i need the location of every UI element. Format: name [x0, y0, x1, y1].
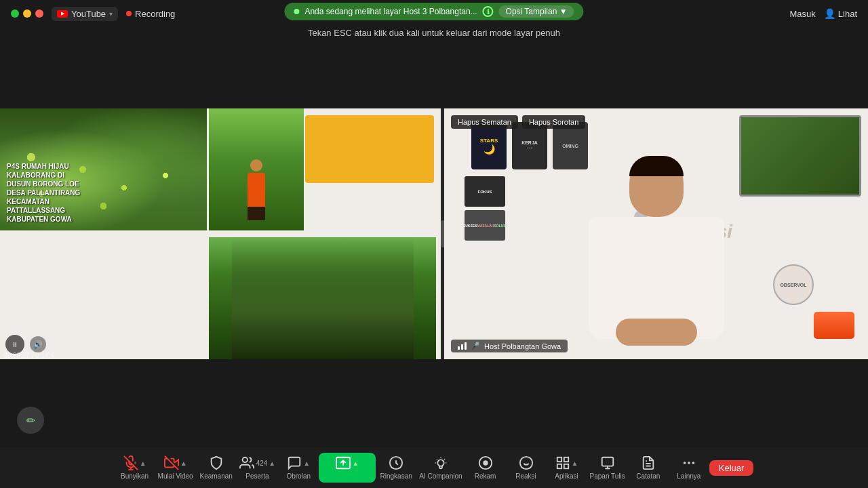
pause-button[interactable]: ⏸: [5, 335, 24, 354]
share-chevron[interactable]: ▲: [352, 460, 359, 467]
people-icon: [239, 455, 254, 470]
volume-icon: 🔊: [33, 340, 43, 349]
solusi-label: SOLUSI: [494, 224, 507, 228]
pencil-button[interactable]: ✏: [17, 407, 44, 434]
flower-pot: [814, 312, 854, 339]
toolbar-rekam[interactable]: Rekam: [465, 455, 506, 480]
overlay-line2: KALABORANG DI: [7, 171, 80, 180]
focus-label: FOKUS: [478, 190, 492, 194]
toolbar-papan-tulis[interactable]: Papan Tulis: [587, 455, 628, 480]
youtube-label: YouTube: [71, 9, 106, 19]
volume-button[interactable]: 🔊: [30, 336, 46, 352]
tl-yellow[interactable]: [23, 9, 31, 18]
kerja-label: KERJA: [521, 140, 538, 145]
toolbar-reaksi[interactable]: Reaksi: [506, 455, 547, 480]
overlay-line6: PATTALLASSANG: [7, 206, 80, 215]
peserta-label: Peserta: [245, 472, 269, 480]
shield-icon: [209, 455, 224, 470]
tl-green[interactable]: [11, 9, 19, 18]
bar3: [465, 342, 467, 350]
video-icon-wrap: ▲: [164, 455, 187, 470]
recording-dot: [126, 11, 132, 16]
opsi-tampilan-button[interactable]: Opsi Tampilan ▼: [499, 5, 574, 18]
obrolan-icon-wrap: ▲: [287, 455, 310, 470]
svg-rect-14: [557, 464, 561, 468]
yellow-placeholder: [305, 115, 434, 183]
aplikasi-chevron[interactable]: ▲: [572, 460, 578, 467]
host-banner-info[interactable]: ℹ: [483, 6, 494, 17]
ai-icon-wrap: [433, 455, 448, 470]
lihat-button[interactable]: 👤 Lihat: [824, 8, 857, 19]
toolbar-ringkasan[interactable]: Ringkasan: [376, 455, 416, 480]
bunyikan-chevron[interactable]: ▲: [140, 460, 146, 467]
person-legs: [248, 207, 265, 220]
pencil-icon: ✏: [26, 414, 35, 427]
sukses-label: SUKSES: [463, 224, 477, 228]
rekam-label: Rekam: [475, 472, 496, 480]
shirt-collar: [643, 217, 670, 237]
toolbar-bagikan-layar[interactable]: ▲ Bagikan Layar: [319, 453, 376, 483]
tl-red[interactable]: [35, 9, 43, 18]
toolbar-mulai-video[interactable]: ▲ Mulai Video: [155, 455, 196, 480]
peserta-chevron[interactable]: ▲: [269, 460, 275, 467]
toolbar-aplikasi[interactable]: ▲ Aplikasi: [547, 455, 587, 480]
observol-logo: OBSERVOL: [773, 264, 814, 305]
video-timestamp: 00:00:27 / 0:14:4: [3, 352, 54, 359]
esc-text: Tekan ESC atau klik dua kali untuk kelua…: [308, 28, 560, 38]
photo-top-left: P4S RUMAH HIJAU KALABORANG DI DUSUN BORO…: [0, 108, 207, 230]
svg-rect-13: [564, 464, 568, 468]
pause-icon: ⏸: [12, 341, 18, 348]
toolbar-keluar[interactable]: Keluar: [709, 460, 754, 476]
summary-icon: [389, 455, 403, 470]
overlay-line1: P4S RUMAH HIJAU: [7, 162, 80, 171]
toolbar-keamanan[interactable]: Keamanan: [196, 455, 237, 480]
share-screen-icon: [336, 455, 351, 470]
chat-icon: [287, 455, 302, 470]
lihat-label: Lihat: [838, 9, 857, 19]
hapus-sematan-button[interactable]: Hapus Sematan: [451, 115, 518, 129]
masuk-button[interactable]: Masuk: [790, 9, 816, 19]
keluar-label: Keluar: [719, 463, 745, 473]
svg-rect-11: [557, 458, 561, 462]
host-head: [629, 156, 684, 217]
observol-text: OBSERVOL: [780, 283, 806, 287]
toolbar-catatan[interactable]: Catatan: [628, 455, 669, 480]
catatan-icon-wrap: [641, 455, 656, 470]
toolbar-bunyikan[interactable]: ▲ Bunyikan: [115, 455, 155, 480]
toolbar-lainnya[interactable]: Lainnya: [669, 455, 709, 480]
top-bar: ▶ YouTube ▾ Recording Anda sedang meliha…: [0, 0, 868, 27]
toolbar-obrolan[interactable]: ▲ Obrolan: [278, 455, 319, 480]
toolbar-peserta[interactable]: 424 ▲ Peserta: [237, 455, 279, 480]
obrolan-label: Obrolan: [286, 472, 311, 480]
wall-screen-content: [741, 117, 859, 195]
svg-point-7: [484, 461, 488, 465]
sukses-poster: SUKSES MASALAH SOLUSI: [465, 210, 505, 241]
poster-kerja: KERJA ⋯: [512, 122, 547, 169]
person-figure: [246, 159, 267, 220]
melon-bg: [209, 237, 436, 359]
traffic-lights: [11, 9, 43, 18]
greenhouse-row: [232, 237, 414, 359]
hapus-sorotan-button[interactable]: Hapus Sorotan: [522, 115, 585, 129]
overlay-line4: DESA PALLANTIRANG: [7, 188, 80, 197]
ringkasan-icon-wrap: [389, 455, 403, 470]
toolbar-ai-companion[interactable]: AI Companion: [416, 455, 465, 480]
youtube-badge[interactable]: ▶ YouTube ▾: [52, 7, 118, 21]
reaction-icon: [519, 455, 534, 470]
video-chevron[interactable]: ▲: [180, 460, 187, 467]
person-head: [250, 159, 262, 171]
signal-bars: [458, 342, 467, 350]
papan-label: Papan Tulis: [590, 472, 625, 480]
host-hands: [616, 319, 697, 346]
aplikasi-label: Aplikasi: [555, 472, 578, 480]
svg-rect-15: [601, 458, 613, 466]
recording-badge: Recording: [126, 9, 175, 19]
obrolan-chevron[interactable]: ▲: [303, 460, 310, 467]
bunyikan-icon-wrap: ▲: [123, 455, 146, 470]
host-banner: Anda sedang melihat layar Host 3 Polbang…: [284, 3, 583, 20]
svg-point-8: [519, 457, 532, 469]
presentation-panel: P4S RUMAH HIJAU KALABORANG DI DUSUN BORO…: [0, 108, 441, 359]
photo-top-middle: [209, 108, 304, 230]
host-background: STARS 🌙 KERJA ⋯ OMING FOKUS SUKSES: [444, 108, 868, 359]
person-icon: 👤: [824, 8, 835, 19]
